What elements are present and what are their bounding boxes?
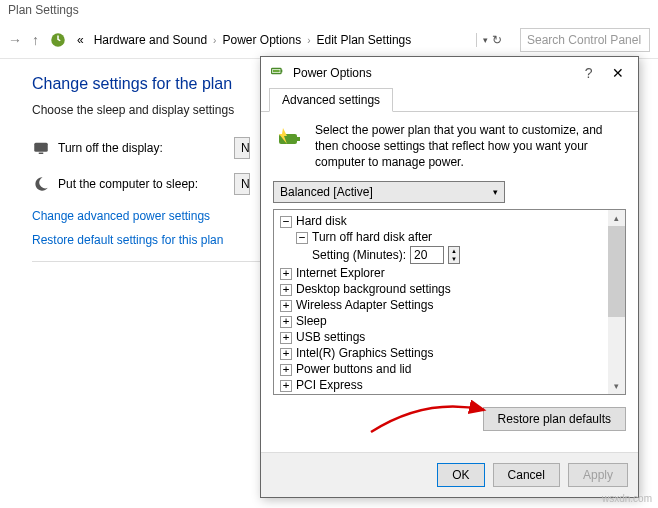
refresh-icon[interactable]: ↻ bbox=[492, 33, 502, 47]
collapse-icon[interactable]: − bbox=[280, 216, 292, 228]
display-label: Turn off the display: bbox=[58, 141, 163, 155]
tree-scrollbar[interactable]: ▴ ▾ bbox=[608, 210, 625, 394]
breadcrumb-item-hardware[interactable]: Hardware and Sound bbox=[94, 33, 207, 47]
scroll-up-icon[interactable]: ▴ bbox=[608, 210, 625, 226]
dialog-titlebar: Power Options ? ✕ bbox=[261, 57, 638, 88]
expand-icon[interactable]: + bbox=[280, 300, 292, 312]
expand-icon[interactable]: + bbox=[280, 316, 292, 328]
breadcrumb-quote: « bbox=[77, 33, 84, 47]
sleep-timeout-dropdown[interactable]: N bbox=[234, 173, 250, 195]
scroll-down-icon[interactable]: ▾ bbox=[608, 378, 625, 394]
help-button[interactable]: ? bbox=[575, 65, 603, 81]
expand-icon[interactable]: + bbox=[280, 284, 292, 296]
tree-power-buttons[interactable]: Power buttons and lid bbox=[296, 362, 411, 376]
apply-button: Apply bbox=[568, 463, 628, 487]
settings-tree[interactable]: −Hard disk −Turn off hard disk after Set… bbox=[274, 210, 608, 394]
tree-hard-disk[interactable]: Hard disk bbox=[296, 214, 347, 228]
svg-rect-4 bbox=[281, 70, 282, 73]
battery-icon bbox=[269, 63, 285, 82]
sleep-icon bbox=[32, 175, 50, 193]
power-plug-icon bbox=[273, 122, 305, 171]
expand-icon[interactable]: + bbox=[280, 364, 292, 376]
svg-rect-1 bbox=[34, 143, 48, 152]
spin-up-icon[interactable]: ▲ bbox=[449, 247, 459, 255]
refresh-area: ▾ ↻ bbox=[476, 33, 510, 47]
nav-up-icon[interactable]: ↑ bbox=[32, 32, 39, 48]
restore-plan-defaults-button[interactable]: Restore plan defaults bbox=[483, 407, 626, 431]
dialog-title: Power Options bbox=[293, 66, 372, 80]
scroll-thumb[interactable] bbox=[608, 226, 625, 317]
ok-button[interactable]: OK bbox=[437, 463, 484, 487]
expand-icon[interactable]: + bbox=[280, 380, 292, 392]
display-timeout-dropdown[interactable]: N bbox=[234, 137, 250, 159]
breadcrumb-item-power[interactable]: Power Options bbox=[222, 33, 301, 47]
expand-icon[interactable]: + bbox=[280, 268, 292, 280]
spin-down-icon[interactable]: ▼ bbox=[449, 255, 459, 263]
setting-minutes-label: Setting (Minutes): bbox=[312, 248, 406, 262]
power-plan-icon bbox=[49, 31, 67, 49]
tree-turn-off-hdd[interactable]: Turn off hard disk after bbox=[312, 230, 432, 244]
navigation-bar: → ↑ « Hardware and Sound › Power Options… bbox=[0, 22, 658, 59]
expand-icon[interactable]: + bbox=[280, 332, 292, 344]
nav-back-icon[interactable]: → bbox=[8, 32, 22, 48]
expand-icon[interactable]: + bbox=[280, 348, 292, 360]
power-options-dialog: Power Options ? ✕ Advanced settings Sele… bbox=[260, 56, 639, 498]
tree-sleep[interactable]: Sleep bbox=[296, 314, 327, 328]
chevron-down-icon: ▾ bbox=[493, 187, 498, 197]
spinner-buttons[interactable]: ▲▼ bbox=[448, 246, 460, 264]
svg-rect-5 bbox=[273, 70, 280, 73]
breadcrumb: Hardware and Sound › Power Options › Edi… bbox=[94, 33, 466, 47]
plan-value: Balanced [Active] bbox=[280, 185, 373, 199]
watermark: wsxdn.com bbox=[602, 493, 652, 504]
tree-ie[interactable]: Internet Explorer bbox=[296, 266, 385, 280]
dialog-footer: OK Cancel Apply bbox=[261, 452, 638, 497]
settings-tree-container: −Hard disk −Turn off hard disk after Set… bbox=[273, 209, 626, 395]
minutes-input[interactable]: 20 bbox=[410, 246, 444, 264]
power-plan-dropdown[interactable]: Balanced [Active] ▾ bbox=[273, 181, 505, 203]
chevron-right-icon: › bbox=[213, 35, 216, 46]
svg-rect-7 bbox=[297, 137, 300, 141]
chevron-right-icon: › bbox=[307, 35, 310, 46]
sleep-label: Put the computer to sleep: bbox=[58, 177, 198, 191]
tab-strip: Advanced settings bbox=[261, 88, 638, 112]
close-button[interactable]: ✕ bbox=[606, 65, 630, 81]
tab-advanced[interactable]: Advanced settings bbox=[269, 88, 393, 112]
search-input[interactable]: Search Control Panel bbox=[520, 28, 650, 52]
tree-usb[interactable]: USB settings bbox=[296, 330, 365, 344]
dialog-intro: Select the power plan that you want to c… bbox=[315, 122, 626, 171]
tree-intel-graphics[interactable]: Intel(R) Graphics Settings bbox=[296, 346, 433, 360]
window-title: Plan Settings bbox=[0, 0, 658, 22]
dialog-body: Select the power plan that you want to c… bbox=[261, 112, 638, 452]
cancel-button[interactable]: Cancel bbox=[493, 463, 560, 487]
svg-rect-2 bbox=[39, 153, 44, 155]
chevron-down-icon[interactable]: ▾ bbox=[483, 35, 488, 45]
breadcrumb-item-edit[interactable]: Edit Plan Settings bbox=[317, 33, 412, 47]
display-icon bbox=[32, 139, 50, 157]
tree-pci[interactable]: PCI Express bbox=[296, 378, 363, 392]
tree-desktop-bg[interactable]: Desktop background settings bbox=[296, 282, 451, 296]
tree-wireless[interactable]: Wireless Adapter Settings bbox=[296, 298, 433, 312]
collapse-icon[interactable]: − bbox=[296, 232, 308, 244]
